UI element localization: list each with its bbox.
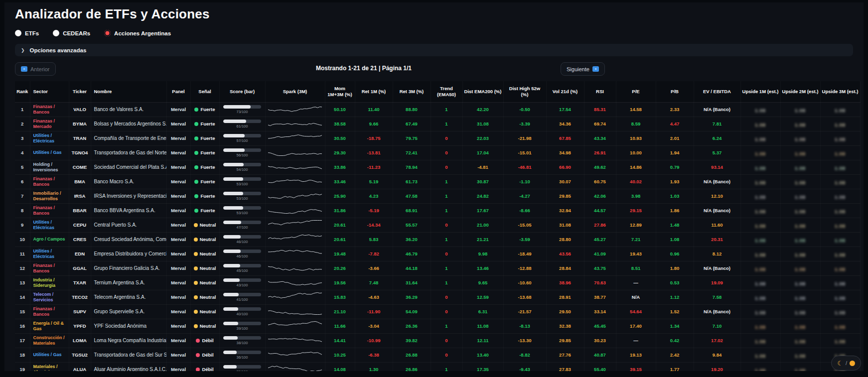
cell-ret-3m: 26.36 [393, 319, 431, 333]
cell-pe: 29.15 [616, 203, 656, 218]
cell-name: Bolsas y Mercados Argentinos S.A. [91, 117, 166, 131]
blurred-value: 1.08 [795, 108, 806, 113]
blurred-value: 1.08 [795, 296, 806, 301]
cell-name: Transportadora de Gas del Norte S.A. [91, 145, 166, 160]
cell-pe: — [616, 275, 656, 290]
cell-upside-1m: 1.08 [740, 203, 780, 218]
cell-ret-1m: -13.81 [355, 145, 393, 160]
advanced-options-expander[interactable]: ❯ Opciones avanzadas [15, 44, 853, 56]
cell-rsi: 45.45 [584, 319, 616, 333]
cell-score: 35/100 [219, 362, 265, 371]
blurred-value: 1.08 [755, 151, 766, 156]
cell-name: Telecom Argentina S.A. [91, 290, 166, 304]
signal-dot-icon [196, 368, 200, 371]
cell-upside-2m: 1.08 [780, 319, 820, 333]
cell-ev-ebitda: 9.84 [694, 348, 740, 362]
blurred-value: 1.08 [835, 151, 846, 156]
cell-mom: 29.30 [325, 145, 355, 160]
cell-mom: 11.66 [325, 319, 355, 333]
signal-dot-icon [194, 180, 198, 184]
table-row: 3Utilities / EléctricasTRANCompañía de T… [15, 131, 860, 145]
radio-option-cedears[interactable]: CEDEARs [53, 30, 90, 36]
cell-upside-1m: 1.08 [740, 275, 780, 290]
table-row: 1Finanzas / BancosVALOBanco de Valores S… [15, 102, 860, 117]
signal-dot-icon [194, 281, 198, 285]
cell-sparkline [265, 348, 325, 362]
score-label: 46/100 [221, 240, 264, 244]
previous-label: Anterior [30, 66, 50, 72]
score-bar-fill [223, 221, 241, 224]
blurred-value: 1.08 [835, 123, 846, 127]
cell-panel: Merval [166, 247, 190, 261]
cell-rsi: 41.09 [584, 247, 616, 261]
theme-toggle-button[interactable]: ☾ / [831, 356, 861, 371]
score-bar [223, 351, 261, 354]
cell-ret-1m: 11.40 [355, 102, 393, 117]
score-bar [223, 206, 261, 210]
blurred-value: 1.08 [795, 339, 806, 344]
cell-sector: Utilities / Gas [30, 145, 69, 160]
score-bar-fill [223, 105, 251, 109]
cell-pb: 1.03 [656, 189, 694, 203]
score-bar [223, 278, 261, 282]
cell-vol-21d: 67.85 [546, 131, 584, 145]
cell-upside-2m: 1.08 [780, 232, 820, 247]
column-header-8: Spark (3M) [265, 81, 325, 102]
cell-score: 53/100 [219, 189, 265, 203]
cell-pe: 8.51 [616, 261, 656, 275]
cell-upside-2m: 1.08 [780, 218, 820, 232]
cell-rsi: 70.63 [584, 275, 616, 290]
cell-name: Cresud Sociedad Anónima, Comercial, In..… [91, 232, 166, 247]
column-header-15: Vol 21d (%) [546, 81, 584, 102]
cell-ret-1m: 4.23 [355, 189, 393, 203]
radio-option-acciones-argentinas[interactable]: Acciones Argentinas [104, 30, 171, 36]
cell-ev-ebitda: N/A (Banco) [694, 203, 740, 218]
cell-sector: Finanzas / Bancos [30, 261, 69, 275]
score-bar-fill [223, 264, 240, 267]
cell-mom: 31.86 [325, 203, 355, 218]
cell-rsi: 49.62 [584, 160, 616, 174]
cell-dist-high-52w: -12.88 [503, 261, 546, 275]
cell-ev-ebitda: 19.09 [694, 275, 740, 290]
cell-pe: 12.89 [616, 218, 656, 232]
cell-upside-1m: 1.08 [740, 232, 780, 247]
blurred-value: 1.08 [755, 310, 766, 315]
cell-rsi: 30.23 [584, 333, 616, 348]
cell-upside-1m: 1.08 [740, 189, 780, 203]
blurred-value: 1.08 [835, 296, 846, 301]
blurred-value: 1.08 [755, 209, 766, 214]
cell-score: 54/100 [219, 160, 265, 174]
cell-rsi: 43.75 [584, 261, 616, 275]
blurred-value: 1.08 [835, 310, 846, 315]
radio-option-etfs[interactable]: ETFs [15, 30, 39, 36]
cell-ret-3m: 36.20 [393, 232, 431, 247]
score-label: 73/100 [221, 110, 264, 114]
cell-pb: 1.08 [656, 232, 694, 247]
score-bar [223, 192, 261, 195]
cell-sector: Utilities / Eléctricas [30, 131, 69, 145]
cell-vol-21d: 66.90 [546, 160, 584, 174]
next-icon: » [592, 66, 599, 72]
next-page-button[interactable]: Siguiente » [561, 62, 605, 76]
cell-rank: 7 [15, 189, 30, 203]
cell-pb: 0.42 [656, 333, 694, 348]
previous-page-button[interactable]: « Anterior [15, 62, 56, 76]
cell-panel: Merval [166, 174, 190, 189]
cell-sparkline [265, 247, 325, 261]
score-bar [223, 307, 261, 311]
chevron-right-icon: ❯ [21, 48, 25, 53]
cell-panel: Merval [166, 290, 190, 304]
score-label: 53/100 [221, 196, 264, 201]
signal-dot-icon [194, 295, 198, 299]
cell-ticker: BYMA [69, 117, 91, 131]
cell-vol-21d: 17.54 [546, 102, 584, 117]
cell-rsi: 27.86 [584, 218, 616, 232]
column-header-4: Nombre [91, 81, 166, 102]
cell-score: 45/100 [219, 261, 265, 275]
blurred-value: 1.08 [835, 108, 846, 113]
cell-name: Ternium Argentina S.A. [91, 275, 166, 290]
cell-ret-3m: 72.41 [393, 145, 431, 160]
cell-ret-3m: 54.09 [393, 304, 431, 319]
blurred-value: 1.08 [795, 310, 806, 315]
cell-vol-21d: 38.96 [546, 275, 584, 290]
